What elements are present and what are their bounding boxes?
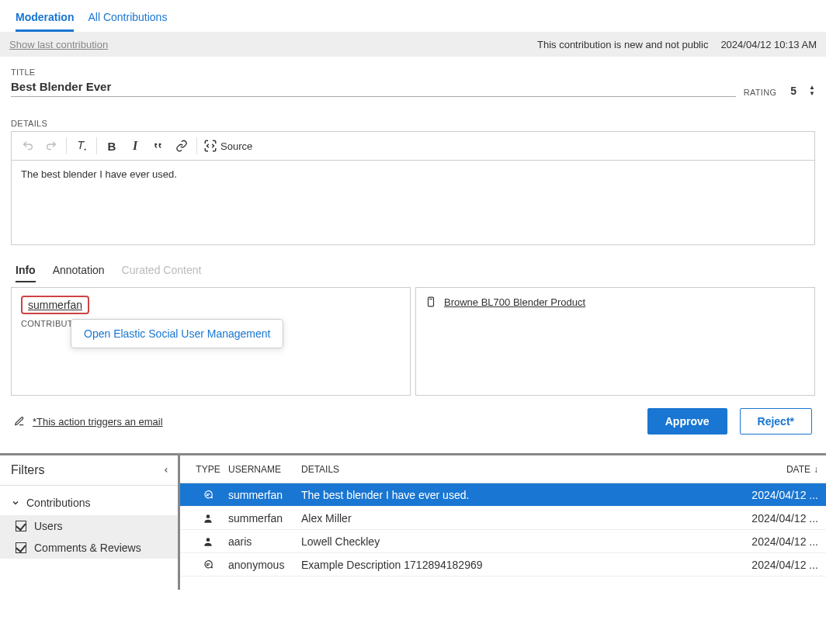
source-icon (203, 139, 217, 153)
filters-panel: Filters Contributions Users Comments & R… (0, 455, 180, 590)
svg-rect-0 (429, 297, 434, 306)
svg-point-3 (206, 538, 210, 542)
details-editor[interactable]: The best blender I have ever used. (11, 160, 815, 245)
lower-split: Filters Contributions Users Comments & R… (0, 453, 826, 590)
svg-point-2 (206, 514, 210, 518)
tab-all-contributions[interactable]: All Contributions (88, 5, 167, 32)
row-type-icon (188, 490, 228, 500)
filters-title: Filters (11, 463, 45, 477)
source-button-label: Source (220, 140, 252, 152)
rating-label: RATING (744, 88, 777, 97)
row-type-icon (188, 536, 228, 547)
filter-item-users[interactable]: Users (0, 515, 178, 537)
show-last-contribution-link[interactable]: Show last contribution (9, 39, 108, 50)
checkbox-icon (16, 542, 26, 553)
row-username: summerfan (228, 489, 301, 501)
row-date: 2024/04/12 ... (733, 489, 818, 501)
top-tabs: Moderation All Contributions (0, 0, 826, 33)
row-date: 2024/04/12 ... (733, 559, 818, 571)
table-header: TYPE USERNAME DETAILS DATE ↓ (180, 455, 826, 483)
filters-group-label: Contributions (26, 497, 91, 509)
row-details: Alex Miller (301, 512, 733, 525)
row-username: aaris (228, 535, 301, 548)
sort-desc-icon: ↓ (814, 464, 818, 475)
clear-format-icon (75, 140, 88, 152)
rating-stepper[interactable]: ▲ ▼ (809, 85, 815, 97)
chevron-down-icon (11, 498, 20, 507)
contributions-table: TYPE USERNAME DETAILS DATE ↓ summerfanTh… (180, 455, 826, 590)
notice-bar: Show last contribution This contribution… (0, 33, 826, 57)
source-button[interactable]: Source (200, 139, 255, 153)
subtabs: Info Annotation Curated Content (11, 245, 815, 287)
pencil-icon (14, 416, 25, 427)
row-date: 2024/04/12 ... (733, 535, 818, 548)
open-esum-popup[interactable]: Open Elastic Social User Management (71, 319, 283, 348)
undo-icon (22, 140, 34, 152)
undo-button[interactable] (16, 135, 40, 157)
table-row[interactable]: anonymousExample Description 17128941829… (180, 553, 826, 576)
product-icon (425, 296, 436, 308)
stepper-down-icon[interactable]: ▼ (809, 91, 815, 97)
contribution-status: This contribution is new and not public (537, 39, 708, 50)
table-row[interactable]: summerfanThe best blender I have ever us… (180, 483, 826, 507)
col-header-details[interactable]: DETAILS (301, 464, 733, 475)
info-panel: summerfan CONTRIBUT Open Elastic Social … (11, 287, 815, 396)
title-input[interactable]: Best Blender Ever (11, 80, 736, 97)
row-date: 2024/04/12 ... (733, 512, 818, 525)
table-row[interactable]: aarisLowell Checkley2024/04/12 ... (180, 530, 826, 553)
checkbox-icon (16, 521, 26, 531)
collapse-filters-icon[interactable] (162, 465, 170, 476)
filter-item-label: Users (34, 520, 63, 532)
quote-icon (152, 140, 165, 152)
link-icon (175, 140, 188, 152)
contributor-box: summerfan CONTRIBUT Open Elastic Social … (11, 287, 411, 396)
reject-button[interactable]: Reject* (740, 408, 812, 435)
filter-item-label: Comments & Reviews (34, 542, 141, 554)
table-row[interactable]: summerfanAlex Miller2024/04/12 ... (180, 507, 826, 530)
col-header-username[interactable]: USERNAME (228, 464, 301, 475)
row-type-icon (188, 513, 228, 524)
bold-button[interactable]: B (100, 135, 123, 157)
col-header-date[interactable]: DATE ↓ (733, 464, 818, 475)
redo-button[interactable] (40, 135, 63, 157)
contributor-link[interactable]: summerfan (26, 298, 85, 312)
filters-group-contributions[interactable]: Contributions (0, 490, 178, 515)
product-box: Browne BL700 Blender Product (415, 287, 815, 396)
tab-moderation[interactable]: Moderation (16, 5, 74, 32)
editor-toolbar: B I Source (11, 131, 815, 160)
email-note-link[interactable]: *This action triggers an email (33, 416, 163, 428)
row-username: summerfan (228, 512, 301, 525)
subtab-info[interactable]: Info (16, 264, 36, 282)
approve-button[interactable]: Approve (647, 408, 727, 435)
subtab-annotation[interactable]: Annotation (53, 264, 105, 282)
details-label: DETAILS (11, 119, 815, 128)
quote-button[interactable] (147, 135, 170, 157)
subtab-curated: Curated Content (122, 264, 202, 282)
row-username: anonymous (228, 559, 301, 571)
italic-button[interactable]: I (123, 135, 147, 157)
contributor-link-highlight: summerfan (21, 296, 89, 314)
row-details: Example Description 1712894182969 (301, 559, 733, 571)
action-row: *This action triggers an email Approve R… (11, 396, 815, 445)
col-header-type[interactable]: TYPE (188, 464, 228, 475)
rating-value: 5 (790, 85, 796, 97)
filter-item-comments-reviews[interactable]: Comments & Reviews (0, 537, 178, 559)
clear-formatting-button[interactable] (70, 135, 93, 157)
link-button[interactable] (170, 135, 193, 157)
row-type-icon (188, 559, 228, 570)
product-link[interactable]: Browne BL700 Blender Product (444, 296, 585, 308)
contribution-timestamp: 2024/04/12 10:13 AM (720, 39, 817, 50)
title-label: TITLE (11, 68, 815, 77)
row-details: Lowell Checkley (301, 535, 733, 548)
redo-icon (45, 140, 57, 152)
row-details: The best blender I have ever used. (301, 489, 733, 501)
